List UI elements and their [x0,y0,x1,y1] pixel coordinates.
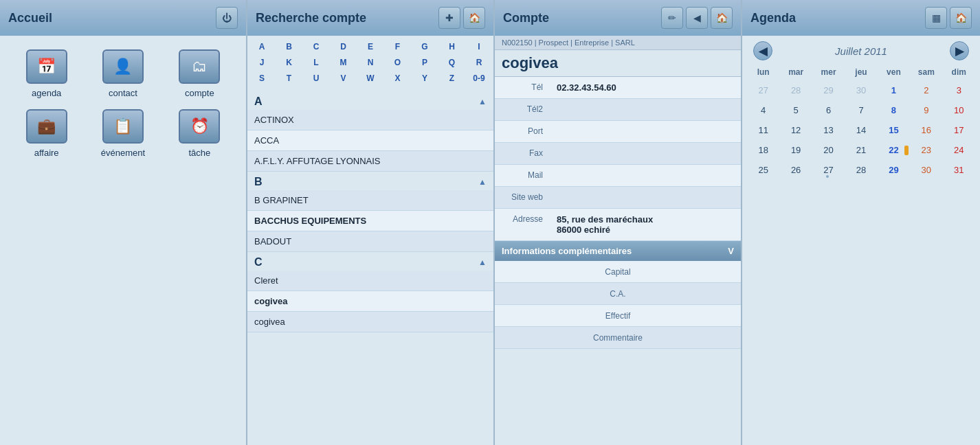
home-button[interactable]: 🏠 [463,7,485,29]
cal-cell-3-3[interactable]: 21 [845,141,876,159]
cal-cell-2-4[interactable]: 15 [878,121,909,139]
cal-cell-4-6[interactable]: 31 [944,161,975,179]
cal-cell-2-2[interactable]: 13 [813,121,844,139]
alpha-btn-T[interactable]: T [282,71,297,85]
cal-cell-3-4[interactable]: 22 [878,141,909,159]
home-button-compte[interactable]: 🏠 [711,7,733,29]
cal-cell-2-6[interactable]: 17 [944,121,975,139]
cal-cell-0-3[interactable]: 30 [845,81,876,100]
back-button[interactable]: ◀ [686,7,708,29]
alpha-btn-L[interactable]: L [309,56,324,69]
cal-cell-0-0[interactable]: 27 [748,81,779,100]
alpha-btn-W[interactable]: W [363,71,378,85]
alpha-btn-N[interactable]: N [363,56,378,69]
cal-cell-2-3[interactable]: 14 [845,121,876,139]
cal-cell-3-6[interactable]: 24 [944,141,975,159]
cal-cell-1-6[interactable]: 10 [944,101,975,119]
alpha-btn-V[interactable]: V [336,71,351,85]
list-item[interactable]: Cleret [247,271,493,291]
alpha-btn-D[interactable]: D [336,40,351,54]
cal-week-4: 25262728293031 [748,161,975,179]
add-button[interactable]: ✚ [438,7,460,29]
accueil-item-tache[interactable]: ⏰ tâche [167,109,232,158]
accueil-item-agenda[interactable]: 📅 agenda [14,49,79,98]
cal-cell-0-5[interactable]: 2 [911,81,942,100]
cal-cell-0-2[interactable]: 29 [813,81,844,100]
alpha-btn-B[interactable]: B [282,40,297,54]
prev-month-button[interactable]: ◀ [753,41,772,60]
accueil-item-compte[interactable]: 🗂 compte [167,49,232,98]
section-up-arrow-A[interactable]: ▲ [478,97,487,106]
alpha-btn-H[interactable]: H [445,40,460,54]
accueil-item-contact[interactable]: 👤 contact [90,49,155,98]
alpha-btn-C[interactable]: C [309,40,324,54]
alpha-btn-P[interactable]: P [417,56,432,69]
edit-button[interactable]: ✏ [661,7,683,29]
info-comp-divider[interactable]: Informations complémentaires V [495,241,741,261]
alpha-btn-U[interactable]: U [309,71,324,85]
alpha-btn-M[interactable]: M [336,56,351,69]
alpha-btn-J[interactable]: J [254,56,269,69]
info-comp-toggle[interactable]: V [728,246,734,256]
field-label-0: Tél [495,77,550,98]
cal-cell-4-0[interactable]: 25 [748,161,779,179]
panel-recherche: Recherche compte ✚ 🏠 ABCDEFGHIJKLMNOPQRS… [247,0,495,445]
home-button-agenda[interactable]: 🏠 [950,7,972,29]
info-comp-title: Informations complémentaires [502,246,632,256]
accueil-item-affaire[interactable]: 💼 affaire [14,109,79,158]
cal-cell-2-5[interactable]: 16 [911,121,942,139]
alpha-btn-Q[interactable]: Q [445,56,460,69]
accueil-grid: 📅 agenda 👤 contact 🗂 compte 💼 affaire 📋 … [0,36,246,172]
list-item[interactable]: cogivea [247,312,493,332]
cal-cell-0-6[interactable]: 3 [944,81,975,100]
cal-cell-3-5[interactable]: 23 [911,141,942,159]
alpha-btn-R[interactable]: R [471,56,487,69]
alpha-btn-E[interactable]: E [363,40,378,54]
power-button[interactable]: ⏻ [216,7,238,29]
cal-cell-0-4[interactable]: 1 [878,81,909,100]
alpha-btn-Z[interactable]: Z [445,71,460,85]
cal-cell-4-1[interactable]: 26 [780,161,811,179]
alpha-btn-S[interactable]: S [254,71,269,85]
cal-cell-3-1[interactable]: 19 [780,141,811,159]
cal-cell-1-5[interactable]: 9 [911,101,942,119]
alpha-btn-K[interactable]: K [282,56,297,69]
alpha-btn-A[interactable]: A [254,40,269,54]
cal-cell-3-0[interactable]: 18 [748,141,779,159]
alpha-btn-I[interactable]: I [471,40,487,54]
alpha-btn-O[interactable]: O [390,56,405,69]
cal-cell-0-1[interactable]: 28 [780,81,811,100]
alpha-nav: ABCDEFGHIJKLMNOPQRSTUVWXYZ0-9 [247,36,493,91]
alpha-btn-0-9[interactable]: 0-9 [471,71,487,85]
cal-cell-4-2[interactable]: 27 [813,161,844,179]
calendar-grid-button[interactable]: ▦ [925,7,947,29]
alpha-btn-X[interactable]: X [390,71,405,85]
cal-cell-2-0[interactable]: 11 [748,121,779,139]
list-item[interactable]: ACTINOX [247,110,493,130]
cal-cell-2-1[interactable]: 12 [780,121,811,139]
list-item[interactable]: A.F.L.Y. AFFUTAGE LYONNAIS [247,151,493,172]
section-up-arrow-B[interactable]: ▲ [478,177,487,187]
accueil-item-evenement[interactable]: 📋 événement [90,109,155,158]
list-item[interactable]: cogivea [247,291,493,312]
cal-cell-1-0[interactable]: 4 [748,101,779,119]
cal-cell-1-4[interactable]: 8 [878,101,909,119]
next-month-button[interactable]: ▶ [950,41,969,60]
agenda-header: Agenda ▦ 🏠 [742,0,980,36]
cal-cell-1-3[interactable]: 7 [845,101,876,119]
cal-cell-4-3[interactable]: 28 [845,161,876,179]
alpha-btn-Y[interactable]: Y [417,71,432,85]
cal-cell-1-2[interactable]: 6 [813,101,844,119]
cal-cell-4-5[interactable]: 30 [911,161,942,179]
list-item[interactable]: ACCA [247,130,493,151]
cal-cell-1-1[interactable]: 5 [780,101,811,119]
alpha-btn-F[interactable]: F [390,40,405,54]
list-item[interactable]: BACCHUS EQUIPEMENTS [247,211,493,231]
info-comp-field-1: C.A. [495,283,741,305]
cal-cell-4-4[interactable]: 29 [878,161,909,179]
section-up-arrow-C[interactable]: ▲ [478,258,487,267]
list-item[interactable]: B GRAPINET [247,190,493,211]
cal-cell-3-2[interactable]: 20 [813,141,844,159]
alpha-btn-G[interactable]: G [417,40,432,54]
list-item[interactable]: BADOUT [247,231,493,252]
